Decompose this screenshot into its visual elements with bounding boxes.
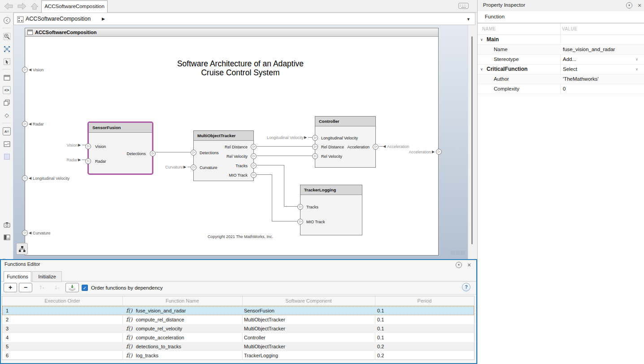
- property-row-criticalfunction[interactable]: ∨ CriticalFunction Select ∨: [478, 65, 644, 74]
- property-value-dropdown[interactable]: Select: [563, 65, 577, 74]
- output-port[interactable]: [373, 144, 379, 150]
- order-by-dependency-checkbox[interactable]: ✓: [82, 285, 88, 291]
- resize-grid: [461, 251, 465, 255]
- property-value[interactable]: fuse_vision_and_radar: [563, 45, 615, 54]
- table-row[interactable]: 6 f() log_tracks TrackerLogging 0.2: [2, 351, 474, 360]
- help-icon[interactable]: ?: [462, 283, 470, 291]
- property-row-stereotype[interactable]: Stereotype Add... ∨: [478, 55, 644, 65]
- image-icon[interactable]: [3, 140, 11, 148]
- column-header-period[interactable]: Period: [375, 296, 474, 306]
- column-header-software-component[interactable]: Software Component: [242, 296, 375, 306]
- pane-layout-icon[interactable]: [3, 233, 11, 241]
- checkbox-label: Order functions by dependency: [91, 285, 163, 290]
- output-port-label: MIO Track: [229, 173, 248, 178]
- remove-function-button[interactable]: −: [19, 283, 32, 292]
- input-port[interactable]: [297, 204, 303, 210]
- property-value-dropdown[interactable]: Add...: [563, 55, 576, 64]
- input-port[interactable]: [191, 150, 196, 156]
- screenshot-icon[interactable]: [3, 221, 11, 229]
- component-sensorfusion[interactable]: SensorFusion Vision Radar Detections: [87, 121, 153, 175]
- architecture-window-titlebar[interactable]: ACCSoftwareComposition: [25, 28, 438, 37]
- divider: [2, 28, 11, 28]
- property-row-main[interactable]: ∨ Main: [478, 35, 644, 45]
- property-value[interactable]: 'TheMathworks': [563, 74, 599, 84]
- tab-initialize[interactable]: Initialize: [32, 271, 62, 282]
- up-icon[interactable]: [30, 2, 39, 10]
- panel-menu-icon[interactable]: ▾: [456, 262, 462, 268]
- panel-menu-icon[interactable]: ▾: [626, 2, 632, 9]
- edge-port-label: Radar: [33, 122, 44, 126]
- breadcrumb-dropdown-icon[interactable]: ▼: [466, 17, 470, 22]
- component-trackerlogging[interactable]: TrackerLogging Tracks MIO Track: [300, 185, 362, 235]
- property-row-author[interactable]: Author 'TheMathworks': [478, 74, 644, 84]
- property-row-complexity[interactable]: Complexity 0: [478, 84, 644, 94]
- output-port[interactable]: [251, 172, 257, 178]
- chevron-down-icon[interactable]: ∨: [480, 65, 483, 74]
- edge-port-vision[interactable]: [22, 67, 28, 73]
- grid-column-headers: NAME VALUE: [478, 23, 644, 35]
- architecture-window[interactable]: ACCSoftwareComposition Software Architec…: [25, 28, 439, 256]
- edge-port-radar[interactable]: [22, 121, 28, 127]
- property-value[interactable]: 0: [563, 84, 566, 94]
- cell-execution-order: 6: [6, 351, 9, 360]
- zoom-region-icon[interactable]: [3, 32, 11, 40]
- input-port[interactable]: [297, 219, 303, 225]
- component-controller[interactable]: Controller Longitudinal Velocity Rel Dis…: [315, 116, 376, 168]
- fit-to-view-icon[interactable]: [3, 45, 11, 53]
- code-component-icon[interactable]: <>: [3, 86, 11, 94]
- input-port[interactable]: [85, 158, 91, 164]
- column-header-function-name[interactable]: Function Name: [122, 296, 242, 306]
- close-icon[interactable]: ×: [467, 262, 471, 268]
- diagram-canvas[interactable]: ACCSoftwareComposition Software Architec…: [13, 25, 475, 259]
- chevron-down-icon[interactable]: ∨: [480, 35, 483, 44]
- value-column-header: VALUE: [562, 26, 578, 31]
- component-multiobjecttracker[interactable]: MultiObjectTracker Detections Curvature …: [193, 130, 254, 181]
- socket-icon: ▶: [304, 135, 307, 140]
- cell-execution-order: 3: [6, 324, 9, 333]
- annotation-icon[interactable]: A≡: [3, 127, 11, 135]
- output-port[interactable]: [150, 151, 156, 156]
- move-up-button[interactable]: ↑+: [35, 283, 48, 292]
- table-row[interactable]: 3 f() compute_rel_velocity MultiObjectTr…: [2, 324, 474, 333]
- breadcrumb-caret-icon[interactable]: ▶: [102, 17, 105, 21]
- close-icon[interactable]: ×: [638, 2, 641, 9]
- input-port[interactable]: [312, 135, 318, 141]
- input-port[interactable]: [312, 153, 318, 159]
- back-icon[interactable]: [4, 2, 13, 10]
- table-row[interactable]: 1 f() fuse_vision_and_radar SensorFusion…: [2, 306, 474, 315]
- output-port[interactable]: [251, 153, 257, 159]
- select-region-icon[interactable]: [3, 57, 11, 65]
- table-row[interactable]: 5 f() detections_to_tracks MultiObjectTr…: [2, 342, 474, 351]
- edge-port-acceleration[interactable]: [436, 149, 442, 155]
- output-port[interactable]: [251, 144, 257, 150]
- forward-icon[interactable]: [17, 2, 27, 10]
- chevron-down-icon[interactable]: ∨: [635, 55, 638, 64]
- copy-icon[interactable]: [3, 99, 11, 107]
- edge-port-curvature[interactable]: [22, 230, 28, 236]
- show-hierarchy-button[interactable]: [16, 243, 28, 255]
- update-diagram-button[interactable]: [65, 283, 79, 292]
- component-icon[interactable]: [3, 74, 11, 82]
- add-function-button[interactable]: +: [4, 283, 17, 292]
- move-down-button[interactable]: ↓−: [50, 283, 64, 292]
- hide-explorer-bar-icon[interactable]: [3, 16, 11, 24]
- breadcrumb[interactable]: ACCSoftwareComposition: [26, 16, 91, 22]
- output-port[interactable]: [251, 163, 257, 169]
- scrollbar-thumb[interactable]: [471, 36, 473, 244]
- table-row[interactable]: 2 f() compute_rel_distance MultiObjectTr…: [2, 315, 474, 324]
- chevron-down-icon[interactable]: ∨: [635, 65, 638, 74]
- input-port[interactable]: [312, 144, 318, 150]
- property-row-name[interactable]: Name fuse_vision_and_radar: [478, 45, 644, 55]
- input-port[interactable]: [191, 165, 196, 170]
- model-tab[interactable]: ACCSoftwareComposition: [41, 0, 108, 13]
- area-icon[interactable]: [3, 152, 11, 160]
- function-icon: f(): [126, 324, 132, 333]
- column-header-execution-order[interactable]: Execution Order: [2, 296, 122, 306]
- variant-icon[interactable]: ◇: [3, 111, 11, 119]
- keyboard-icon[interactable]: [458, 2, 469, 9]
- table-row[interactable]: 4 f() compute_acceleration Controller 0.…: [2, 333, 474, 342]
- input-port[interactable]: [85, 143, 91, 149]
- tab-functions[interactable]: Functions: [4, 271, 31, 282]
- vertical-scrollbar[interactable]: [468, 25, 475, 259]
- edge-port-longitudinal-velocity[interactable]: [22, 175, 28, 181]
